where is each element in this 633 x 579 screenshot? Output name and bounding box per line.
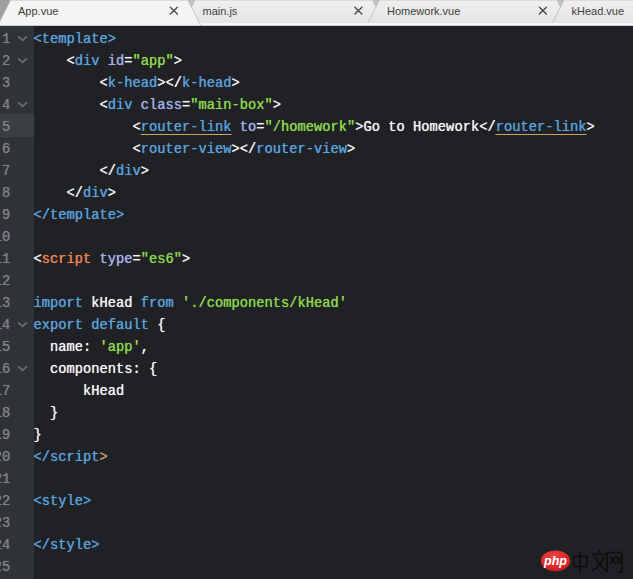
svg-text:main.js: main.js — [203, 5, 238, 17]
svg-text:php: php — [543, 554, 567, 568]
svg-text:Homework.vue: Homework.vue — [387, 5, 460, 17]
svg-text:kHead.vue: kHead.vue — [572, 5, 625, 17]
svg-text:App.vue: App.vue — [18, 5, 58, 17]
